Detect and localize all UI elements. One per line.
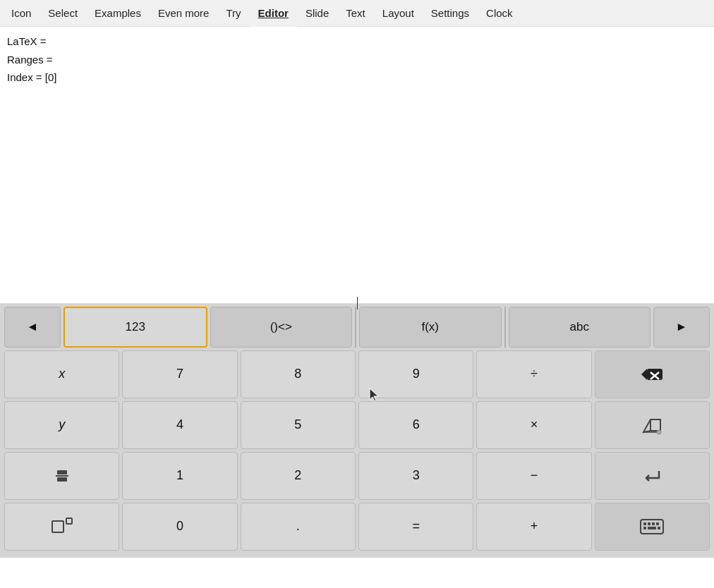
keyboard-cell-2-5[interactable]	[595, 452, 710, 500]
keyboard-cell-0-0[interactable]: x	[4, 350, 119, 398]
svg-marker-2	[641, 369, 647, 380]
index-label: Index = [0]	[7, 68, 707, 87]
nav-item-text[interactable]: Text	[337, 0, 374, 27]
keyboard-arrow-right[interactable]: ►	[653, 307, 710, 348]
keyboard-cell-0-4[interactable]: ÷	[476, 350, 591, 398]
keyboard-cell-2-2[interactable]: 2	[241, 452, 356, 500]
text-cursor	[357, 297, 358, 310]
keyboard-row-2: 123−	[4, 452, 710, 500]
nav-item-settings[interactable]: Settings	[423, 0, 478, 27]
nav-item-slide[interactable]: Slide	[297, 0, 337, 27]
keyboard-btn-paren[interactable]: ()<>	[210, 307, 353, 348]
keyboard-cell-0-2[interactable]: 8	[241, 350, 356, 398]
keyboard-cell-1-4[interactable]: ×	[476, 401, 591, 449]
latex-label: LaTeX =	[7, 32, 707, 51]
keyboard-cell-3-0[interactable]	[4, 503, 119, 551]
svg-rect-10	[643, 522, 646, 525]
nav-item-try[interactable]: Try	[217, 0, 249, 27]
svg-rect-16	[658, 527, 660, 529]
keyboard-area: ◄ 123 ()<> f(x) abc ► x789÷y456×123−0.=+	[0, 304, 714, 558]
keyboard-cell-3-2[interactable]: .	[241, 503, 356, 551]
nav-item-icon[interactable]: Icon	[3, 0, 40, 27]
keyboard-cell-2-3[interactable]: 3	[358, 452, 473, 500]
info-area: LaTeX = Ranges = Index = [0]	[0, 27, 714, 92]
keyboard-cell-1-1[interactable]: 4	[122, 401, 237, 449]
svg-rect-1	[647, 369, 662, 380]
keyboard-cell-2-4[interactable]: −	[476, 452, 591, 500]
nav-item-select[interactable]: Select	[40, 0, 86, 27]
keyboard-row-0: x789÷	[4, 350, 710, 398]
keyboard-btn-abc[interactable]: abc	[509, 307, 651, 348]
editor-canvas[interactable]	[0, 92, 714, 304]
keyboard-arrow-left[interactable]: ◄	[4, 307, 61, 348]
keyboard-cell-1-2[interactable]: 5	[241, 401, 356, 449]
keyboard-cell-1-3[interactable]: 6	[358, 401, 473, 449]
svg-rect-13	[656, 522, 659, 525]
nav-item-clock[interactable]: Clock	[478, 0, 521, 27]
keyboard-separator-1	[355, 307, 356, 348]
svg-rect-14	[643, 527, 646, 529]
keyboard-btn-123[interactable]: 123	[63, 307, 207, 348]
keyboard-btn-fx[interactable]: f(x)	[359, 307, 502, 348]
nav-item-editor[interactable]: Editor	[250, 0, 297, 27]
keyboard-row-3: 0.=+	[4, 503, 710, 551]
svg-rect-15	[648, 527, 656, 529]
svg-rect-11	[648, 522, 651, 525]
svg-point-8	[657, 430, 661, 434]
keyboard-separator-2	[504, 307, 506, 348]
keyboard-cell-2-1[interactable]: 1	[122, 452, 237, 500]
keyboard-cell-0-5[interactable]	[595, 350, 710, 398]
keyboard-cell-0-3[interactable]: 9	[358, 350, 473, 398]
keyboard-cell-3-1[interactable]: 0	[122, 503, 237, 551]
keyboard-cell-0-1[interactable]: 7	[122, 350, 237, 398]
keyboard-cell-3-5[interactable]	[595, 503, 710, 551]
keyboard-top-row: ◄ 123 ()<> f(x) abc ►	[4, 307, 710, 348]
keyboard-grid: x789÷y456×123−0.=+	[4, 350, 710, 551]
keyboard-cell-1-5[interactable]	[595, 401, 710, 449]
svg-rect-12	[652, 522, 655, 525]
keyboard-cell-2-0[interactable]	[4, 452, 119, 500]
top-nav: IconSelectExamplesEven moreTryEditorSlid…	[0, 0, 714, 27]
nav-item-even-more[interactable]: Even more	[150, 0, 218, 27]
keyboard-cell-1-0[interactable]: y	[4, 401, 119, 449]
nav-item-layout[interactable]: Layout	[374, 0, 423, 27]
nav-item-examples[interactable]: Examples	[86, 0, 150, 27]
ranges-label: Ranges =	[7, 51, 707, 69]
keyboard-cell-3-3[interactable]: =	[358, 503, 473, 551]
keyboard-cell-3-4[interactable]: +	[476, 503, 591, 551]
keyboard-row-1: y456×	[4, 401, 710, 449]
